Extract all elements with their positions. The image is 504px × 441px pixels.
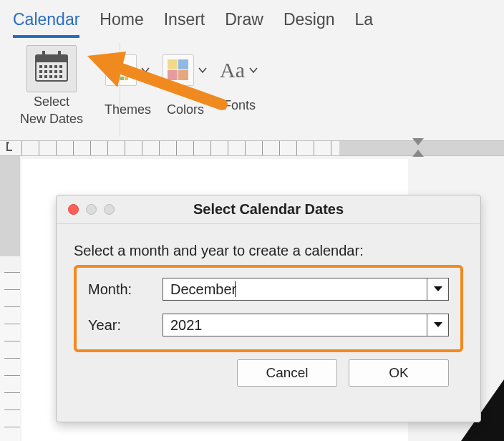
dialog-title: Select Calendar Dates <box>57 201 480 218</box>
themes-label: Themes <box>105 103 151 117</box>
svg-rect-14 <box>39 75 42 78</box>
svg-text:Aa: Aa <box>112 62 129 77</box>
tab-design[interactable]: Design <box>284 10 335 38</box>
cancel-button[interactable]: Cancel <box>237 359 337 387</box>
fonts-tool[interactable]: Aa Fonts <box>220 58 259 113</box>
tab-home[interactable]: Home <box>100 10 143 38</box>
svg-rect-21 <box>116 77 120 80</box>
ribbon-tools: Select New Dates Aa Themes <box>0 38 504 128</box>
ruler-tab-marker-icon[interactable] <box>411 137 425 158</box>
svg-rect-20 <box>112 77 115 80</box>
svg-rect-6 <box>49 65 52 68</box>
ribbon-tab-bar: Calendar Home Insert Draw Design La <box>0 0 504 38</box>
svg-rect-18 <box>59 75 62 78</box>
horizontal-ruler <box>0 140 504 156</box>
svg-rect-27 <box>178 70 188 80</box>
month-combobox[interactable]: December <box>163 278 449 301</box>
colors-icon <box>163 54 194 86</box>
colors-dropdown-icon[interactable] <box>197 67 208 74</box>
themes-tool[interactable]: Aa Themes <box>105 54 151 117</box>
svg-rect-24 <box>168 59 178 69</box>
svg-rect-2 <box>42 51 45 58</box>
select-new-dates-button[interactable] <box>26 45 77 92</box>
svg-rect-15 <box>44 75 47 78</box>
svg-rect-11 <box>49 70 52 73</box>
svg-rect-10 <box>44 70 47 73</box>
annotation-highlight-frame: Month: December Year: 2021 <box>74 265 463 352</box>
maximize-icon <box>104 204 115 215</box>
svg-rect-12 <box>54 70 57 73</box>
svg-rect-9 <box>39 70 42 73</box>
tab-calendar[interactable]: Calendar <box>13 10 79 38</box>
year-combobox[interactable]: 2021 <box>163 314 449 336</box>
month-value: December <box>170 281 236 298</box>
tab-draw[interactable]: Draw <box>225 10 263 38</box>
dialog-instruction: Select a month and year to create a cale… <box>74 243 463 259</box>
year-dropdown-icon[interactable] <box>427 314 448 336</box>
select-new-dates-label-2: New Dates <box>20 112 83 127</box>
fonts-label: Fonts <box>223 99 256 113</box>
year-label: Year: <box>88 317 151 334</box>
dialog-title-bar[interactable]: Select Calendar Dates <box>57 195 480 224</box>
fonts-icon: Aa <box>220 58 245 82</box>
select-new-dates-label-1: Select <box>34 95 69 110</box>
svg-rect-4 <box>39 65 42 68</box>
ok-button[interactable]: OK <box>349 359 449 387</box>
svg-rect-8 <box>59 65 62 68</box>
minimize-icon <box>86 204 97 215</box>
year-value: 2021 <box>170 317 203 334</box>
tab-insert[interactable]: Insert <box>164 10 205 38</box>
svg-rect-3 <box>58 51 61 58</box>
month-label: Month: <box>88 281 151 298</box>
tab-layout-partial[interactable]: La <box>355 10 374 38</box>
themes-dropdown-icon[interactable] <box>140 67 151 74</box>
tab-stop-icon[interactable] <box>3 142 13 153</box>
vertical-ruler-margin <box>0 156 20 256</box>
select-new-dates-tool[interactable]: Select New Dates <box>20 45 83 127</box>
svg-rect-5 <box>44 65 47 68</box>
close-icon[interactable] <box>68 204 79 215</box>
colors-label: Colors <box>167 103 204 117</box>
ribbon-divider <box>120 43 120 136</box>
vertical-ruler <box>0 272 20 441</box>
svg-rect-1 <box>36 55 67 62</box>
svg-rect-23 <box>125 77 128 80</box>
svg-rect-25 <box>178 59 188 69</box>
svg-rect-13 <box>59 70 62 73</box>
themes-icon: Aa <box>105 54 137 86</box>
fonts-dropdown-icon[interactable] <box>248 67 259 74</box>
colors-tool[interactable]: Colors <box>163 54 208 117</box>
month-dropdown-icon[interactable] <box>427 278 448 300</box>
svg-rect-26 <box>168 70 178 80</box>
calendar-icon <box>34 51 69 87</box>
svg-rect-17 <box>54 75 57 78</box>
select-calendar-dates-dialog: Select Calendar Dates Select a month and… <box>56 195 481 422</box>
text-cursor <box>235 281 236 297</box>
svg-rect-7 <box>54 65 57 68</box>
svg-rect-16 <box>49 75 52 78</box>
svg-rect-22 <box>120 77 124 80</box>
